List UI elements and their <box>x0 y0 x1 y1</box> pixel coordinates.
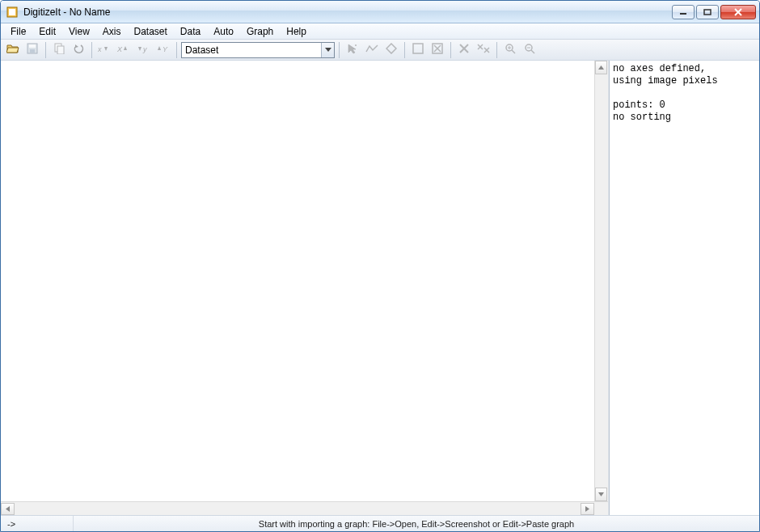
toolbar-separator <box>91 42 92 58</box>
copy-button[interactable] <box>50 41 68 59</box>
toolbar-separator <box>496 42 497 58</box>
toolbar-separator <box>450 42 451 58</box>
menu-edit[interactable]: Edit <box>32 24 62 39</box>
zoom-in-button[interactable] <box>501 41 519 59</box>
xmin-button[interactable]: x <box>96 41 114 59</box>
scroll-right-icon[interactable] <box>581 503 594 515</box>
toolbar-separator <box>339 42 340 58</box>
app-icon <box>6 6 19 19</box>
svg-text:y: y <box>142 45 147 53</box>
zoom-out-button[interactable] <box>521 41 538 59</box>
xmax-icon: X <box>117 43 132 57</box>
menu-dataset[interactable]: Dataset <box>128 24 174 39</box>
application-window: DigitizeIt - No Name File Edit View Axis… <box>0 0 760 532</box>
menu-help[interactable]: Help <box>280 24 313 39</box>
scroll-up-icon[interactable] <box>595 61 607 74</box>
titlebar: DigitizeIt - No Name <box>1 1 759 23</box>
svg-line-31 <box>531 50 534 53</box>
minimize-button[interactable] <box>672 5 695 19</box>
zoom-in-icon <box>505 43 516 57</box>
dataset-combobox-text: Dataset <box>182 44 321 56</box>
line-button[interactable] <box>363 41 381 59</box>
symbol-button[interactable] <box>382 41 400 59</box>
open-button[interactable] <box>4 41 22 59</box>
dropdown-icon <box>321 43 334 57</box>
select-rect-icon <box>412 43 424 57</box>
toolbar-separator <box>176 42 177 58</box>
pick-point-button[interactable] <box>344 41 361 59</box>
menubar: File Edit View Axis Dataset Data Auto Gr… <box>1 23 759 40</box>
info-line: no sorting <box>613 112 671 123</box>
zoom-out-icon <box>524 43 535 57</box>
ymin-button[interactable]: y <box>135 41 153 59</box>
menu-auto[interactable]: Auto <box>207 24 240 39</box>
select-rect-button[interactable] <box>409 41 427 59</box>
menu-data[interactable]: Data <box>174 24 207 39</box>
svg-text:x: x <box>98 45 102 53</box>
svg-point-15 <box>355 44 357 46</box>
svg-rect-10 <box>57 46 64 54</box>
dataset-combobox[interactable]: Dataset <box>181 42 335 58</box>
save-icon <box>27 43 38 57</box>
xmax-button[interactable]: X <box>116 41 133 59</box>
info-line: using image pixels <box>613 75 718 87</box>
toolbar-separator <box>45 42 46 58</box>
canvas-area[interactable] <box>1 61 594 501</box>
svg-rect-7 <box>29 44 36 48</box>
remove-all-button[interactable] <box>475 41 492 59</box>
delete-rect-icon <box>432 43 443 57</box>
svg-text:X: X <box>117 45 123 53</box>
copy-icon <box>53 43 65 57</box>
ymax-icon: Y <box>156 43 171 57</box>
menu-axis[interactable]: Axis <box>96 24 128 39</box>
toolbar: x X y Y Dataset <box>1 40 759 61</box>
canvas-pane <box>1 61 609 515</box>
workspace: no axes defined, using image pixels poin… <box>1 61 759 515</box>
svg-rect-3 <box>704 10 711 15</box>
scroll-left-icon[interactable] <box>1 503 15 515</box>
statusbar: -> Start with importing a graph: File->O… <box>1 515 759 531</box>
remove-all-icon <box>477 43 490 57</box>
maximize-button[interactable] <box>696 5 719 19</box>
line-icon <box>365 44 378 56</box>
remove-point-icon <box>458 43 470 57</box>
svg-rect-8 <box>30 49 35 53</box>
window-title: DigitizeIt - No Name <box>23 6 110 18</box>
info-line: points: 0 <box>613 99 665 111</box>
delete-rect-button[interactable] <box>429 41 446 59</box>
menu-view[interactable]: View <box>62 24 96 39</box>
xmin-icon: x <box>98 43 112 57</box>
menu-graph[interactable]: Graph <box>240 24 280 39</box>
folder-open-icon <box>6 43 19 57</box>
remove-point-button[interactable] <box>455 41 473 59</box>
svg-rect-16 <box>413 44 423 53</box>
undo-icon <box>72 43 85 57</box>
status-coords: -> <box>1 516 74 531</box>
scroll-down-icon[interactable] <box>595 488 607 501</box>
ymax-button[interactable]: Y <box>154 41 172 59</box>
svg-line-27 <box>512 50 515 53</box>
undo-button[interactable] <box>70 41 87 59</box>
toolbar-separator <box>404 42 405 58</box>
horizontal-scrollbar[interactable] <box>1 501 608 515</box>
info-line: no axes defined, <box>613 63 706 74</box>
menu-file[interactable]: File <box>4 24 32 39</box>
diamond-icon <box>386 43 397 57</box>
svg-rect-1 <box>9 9 15 15</box>
svg-text:Y: Y <box>163 45 168 53</box>
ymin-icon: y <box>137 43 151 57</box>
status-hint: Start with importing a graph: File->Open… <box>74 516 759 531</box>
cursor-icon <box>347 43 358 57</box>
close-button[interactable] <box>720 5 756 19</box>
info-panel: no axes defined, using image pixels poin… <box>609 61 759 515</box>
window-controls <box>672 5 756 19</box>
save-button[interactable] <box>23 41 41 59</box>
vertical-scrollbar[interactable] <box>594 61 608 501</box>
